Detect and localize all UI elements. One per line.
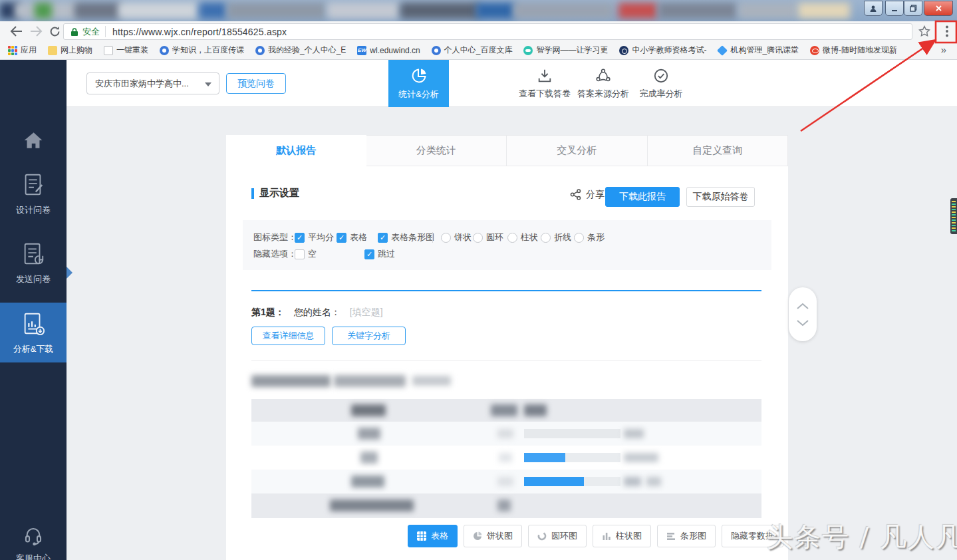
survey-select[interactable]: 安庆市田家炳中学高中...: [86, 72, 219, 94]
tab-custom-query[interactable]: 自定义查询: [648, 135, 789, 166]
donut-icon: [537, 531, 547, 541]
checkbox-icon[interactable]: [337, 233, 346, 243]
sidebar-item-home[interactable]: [0, 126, 67, 160]
reload-button[interactable]: [47, 23, 63, 39]
radio-bar[interactable]: 条形: [574, 232, 605, 243]
folder-icon: [48, 46, 57, 55]
view-details-button[interactable]: 查看详细信息: [251, 327, 325, 345]
radio-line[interactable]: 折线: [541, 232, 571, 243]
blurred-option-label: [351, 476, 384, 488]
blurred-tab-fragment: [618, 3, 657, 19]
bar-chart-button[interactable]: 条形图: [657, 525, 716, 547]
download-report-button[interactable]: 下载此报告: [605, 187, 680, 207]
bookmark-item[interactable]: 一键重装: [104, 45, 148, 56]
blurred-tab-fragment: [400, 3, 479, 19]
blurred-tab-fragment: [476, 3, 515, 19]
sidebar-item-analysis[interactable]: 分析&下载: [0, 303, 67, 362]
radio-pie[interactable]: 饼状: [441, 232, 472, 243]
url-separator: [105, 26, 106, 37]
radio-icon[interactable]: [441, 233, 451, 243]
display-settings-title: 显示设置: [259, 187, 299, 200]
donut-chart-button[interactable]: 圆环图: [528, 525, 587, 547]
share-icon: [569, 188, 582, 201]
bookmark-item[interactable]: 我的经验_个人中心_E: [255, 45, 346, 56]
close-icon: [935, 5, 942, 12]
bookmark-item[interactable]: 智学网——让学习更: [523, 45, 608, 56]
browser-tabstrip-blurred: [0, 0, 957, 21]
radio-column[interactable]: 柱状: [507, 232, 538, 243]
forward-button[interactable]: [28, 23, 44, 39]
bookmarks-overflow-chevron[interactable]: »: [941, 44, 946, 55]
maximize-button[interactable]: [904, 1, 922, 16]
close-button[interactable]: [924, 1, 953, 16]
tab-completion-rate-analysis[interactable]: 完成率分析: [636, 60, 686, 107]
back-icon: [10, 26, 23, 37]
radio-icon[interactable]: [541, 233, 551, 243]
checkbox-icon[interactable]: [378, 233, 388, 243]
download-raw-answers-button[interactable]: 下载原始答卷: [686, 187, 755, 207]
radio-icon[interactable]: [507, 233, 517, 243]
pie-chart-button[interactable]: 饼状图: [464, 525, 522, 547]
chevron-down-icon[interactable]: [796, 319, 809, 327]
bookmark-item[interactable]: 网上购物: [48, 45, 92, 56]
blurred-tab-fragment: [35, 3, 52, 19]
tab-cross-analysis[interactable]: 交叉分析: [507, 135, 648, 166]
chart-type-label: 图标类型：: [253, 232, 297, 243]
checkbox-icon[interactable]: [295, 249, 305, 259]
edge-extension-handle[interactable]: [950, 198, 957, 234]
keyword-analysis-button[interactable]: 关键字分析: [332, 327, 406, 345]
back-button[interactable]: [8, 23, 24, 39]
checkbox-skip[interactable]: 跳过: [364, 249, 395, 259]
checkbox-table[interactable]: 表格: [337, 232, 367, 243]
sidebar-item-label: 分析&下载: [0, 343, 67, 355]
checkbox-icon[interactable]: [295, 233, 305, 243]
preview-survey-button[interactable]: 预览问卷: [226, 73, 286, 94]
bookmark-item[interactable]: 机构管理_腾讯课堂: [718, 45, 799, 56]
tab-category-statistics[interactable]: 分类统计: [366, 135, 507, 166]
tab-view-download-answers[interactable]: 查看下载答卷: [519, 60, 571, 107]
browser-menu-button[interactable]: [939, 23, 955, 39]
bookmark-item[interactable]: 微博-随时随地发现新: [810, 45, 897, 56]
column-chart-button[interactable]: 柱状图: [593, 525, 651, 547]
sidebar-item-support[interactable]: 客服中心: [0, 525, 67, 560]
table-view-button[interactable]: 表格: [408, 525, 458, 547]
radio-donut[interactable]: 圆环: [473, 232, 503, 243]
results-table-blurred: [251, 399, 761, 518]
apps-button[interactable]: 应用: [8, 45, 37, 56]
bookmark-item[interactable]: EWwl.eduwind.cn: [357, 46, 420, 55]
blurred-question-title: [251, 375, 331, 387]
pie-icon: [473, 531, 482, 541]
url-bar[interactable]: 安全 https://www.wjx.cn/report/18554625.as…: [63, 23, 912, 40]
apps-grid-icon: [8, 46, 17, 55]
forward-icon: [30, 26, 43, 37]
radio-icon[interactable]: [473, 233, 483, 243]
chevron-up-icon[interactable]: [796, 303, 809, 310]
checkbox-average[interactable]: 平均分: [295, 232, 334, 243]
sidebar-item-design[interactable]: 设计问卷: [0, 172, 67, 227]
bookmark-star-button[interactable]: [916, 23, 932, 39]
share-button[interactable]: 分享: [569, 188, 605, 201]
blurred-header-ratio: [524, 404, 547, 416]
question-number: 第1题：: [251, 307, 285, 319]
tab-default-report[interactable]: 默认报告: [226, 135, 366, 166]
sidebar-item-send[interactable]: 发送问卷: [0, 241, 67, 297]
ratio-bar-blue: [524, 453, 565, 462]
bookmark-item[interactable]: 个人中心_百度文库: [432, 45, 513, 56]
bookmark-item[interactable]: 中小学教师资格考试-: [619, 45, 706, 56]
blurred-total-label: [330, 499, 414, 511]
person-icon: [869, 5, 877, 13]
checkbox-icon[interactable]: [364, 249, 374, 259]
tab-statistics-analysis[interactable]: 统计&分析: [388, 60, 449, 107]
secure-lock-icon: [70, 27, 78, 37]
tab-answer-source-analysis[interactable]: 答案来源分析: [576, 60, 630, 107]
home-icon: [24, 132, 43, 149]
checkbox-table-bar[interactable]: 表格条形图: [378, 232, 434, 243]
sidebar-item-label: 设计问卷: [0, 204, 67, 216]
send-survey-icon: [21, 241, 46, 267]
bookmark-item[interactable]: 学知识，上百度传课: [160, 45, 244, 56]
checkbox-empty[interactable]: 空: [295, 249, 317, 259]
profile-button[interactable]: [864, 1, 883, 16]
radio-icon[interactable]: [574, 233, 584, 243]
blurred-tab-fragment: [738, 3, 797, 19]
minimize-button[interactable]: [885, 1, 904, 16]
